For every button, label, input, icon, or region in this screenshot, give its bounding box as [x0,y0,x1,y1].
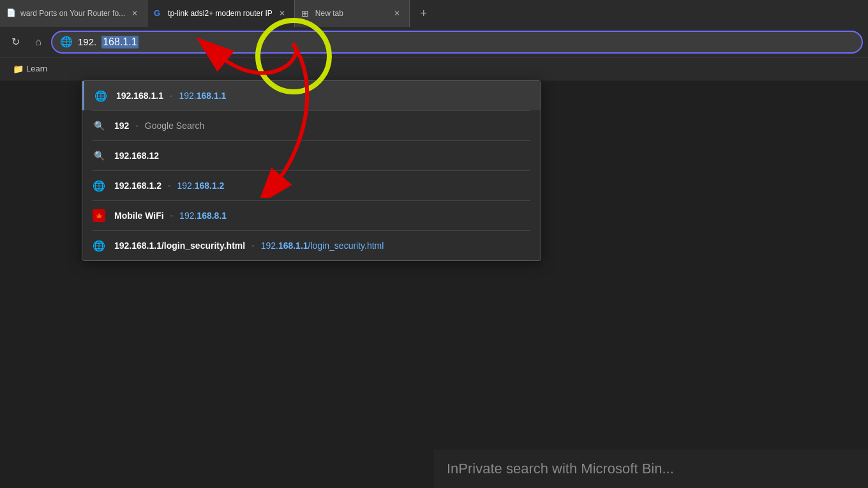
tab-3[interactable]: ⊞ New tab ✕ [295,0,410,27]
tab-3-close[interactable]: ✕ [391,8,403,19]
search-icon-2: 🔍 [93,119,105,132]
dropdown-item-3[interactable]: 🔍 192.168.12 [82,141,541,170]
dropdown-sep-5: - [170,211,176,221]
dropdown-item-1-content: 192.168.1.1 - 192.168.1.1 [116,91,226,101]
dropdown-url-2: Google Search [145,121,204,131]
tab-2-favicon: G [154,8,164,18]
dropdown-item-2[interactable]: 🔍 192 - Google Search [82,111,541,140]
globe-icon-4: 🌐 [93,179,105,192]
dropdown-item-5[interactable]: 🍁 Mobile WiFi - 192.168.8.1 [82,201,541,230]
dropdown-main-4: 192.168.1.2 [114,181,161,191]
dropdown-sep-4: - [168,181,174,191]
bookmarks-bar: 📁 Learn [0,57,868,80]
tab-3-title: New tab [315,9,387,18]
mobile-wifi-favicon: 🍁 [93,209,105,222]
dropdown-sep-2: - [135,121,141,131]
tab-2-title: tp-link adsl2+ modem router IP [168,9,273,18]
address-text-prefix: 192. [78,36,96,47]
dropdown-item-5-content: Mobile WiFi - 192.168.8.1 [114,211,227,221]
dropdown-url-4: 192.168.1.2 [177,181,224,191]
globe-icon-6: 🌐 [93,239,105,252]
tab-bar: 📄 ward Ports on Your Router fo... ✕ G tp… [0,0,868,27]
dropdown-item-1[interactable]: 🌐 192.168.1.1 - 192.168.1.1 [82,81,541,110]
mobile-favicon-icon: 🍁 [93,209,105,222]
bookmark-learn[interactable]: 📁 Learn [8,61,52,77]
toolbar: ↻ ⌂ 🌐 192.168.1.1 [0,27,868,57]
globe-icon-1: 🌐 [94,89,107,102]
dropdown-item-4-content: 192.168.1.2 - 192.168.1.2 [114,181,224,191]
dropdown-main-6: 192.168.1.1/login_security.html [114,240,245,251]
bing-label: InPrivate search with Microsoft Bin... [447,461,674,477]
dropdown-sep-1: - [170,91,173,101]
reload-button[interactable]: ↻ [5,32,26,52]
dropdown-main-2: 192 [114,121,129,131]
tab-1[interactable]: 📄 ward Ports on Your Router fo... ✕ [0,0,147,27]
search-icon-3: 🔍 [93,149,105,162]
reload-icon: ↻ [11,36,20,48]
dropdown-item-2-content: 192 - Google Search [114,121,204,131]
address-text-selected: 168.1.1 [101,36,138,48]
dropdown-item-3-content: 192.168.12 [114,151,159,161]
address-dropdown: 🌐 192.168.1.1 - 192.168.1.1 🔍 192 - Goog… [82,80,541,261]
folder-icon: 📁 [13,64,24,74]
home-button[interactable]: ⌂ [28,32,49,52]
tab-2[interactable]: G tp-link adsl2+ modem router IP ✕ [147,0,295,27]
bookmark-learn-label: Learn [26,64,47,73]
home-icon: ⌂ [35,36,41,48]
tab-3-favicon: ⊞ [301,8,311,18]
address-globe-icon: 🌐 [60,36,73,48]
bing-bottom-text: InPrivate search with Microsoft Bin... [434,450,868,488]
dropdown-item-6[interactable]: 🌐 192.168.1.1/login_security.html - 192.… [82,231,541,260]
new-tab-button[interactable]: + [412,2,435,25]
dropdown-item-6-content: 192.168.1.1/login_security.html - 192.16… [114,240,384,251]
dropdown-item-4[interactable]: 🌐 192.168.1.2 - 192.168.1.2 [82,171,541,200]
tab-2-close[interactable]: ✕ [276,8,288,19]
tab-1-favicon: 📄 [6,8,17,18]
dropdown-main-1: 192.168.1.1 [116,91,163,101]
tab-1-title: ward Ports on Your Router fo... [20,9,125,18]
tab-1-close[interactable]: ✕ [129,8,140,19]
dropdown-main-3: 192.168.12 [114,151,159,161]
dropdown-url-1: 192.168.1.1 [179,91,226,101]
dropdown-sep-6: - [251,240,257,251]
dropdown-url-5: 192.168.8.1 [179,211,227,221]
address-bar[interactable]: 🌐 192.168.1.1 [51,31,863,54]
dropdown-main-5: Mobile WiFi [114,211,164,221]
dropdown-url-6: 192.168.1.1/login_security.html [261,240,384,251]
